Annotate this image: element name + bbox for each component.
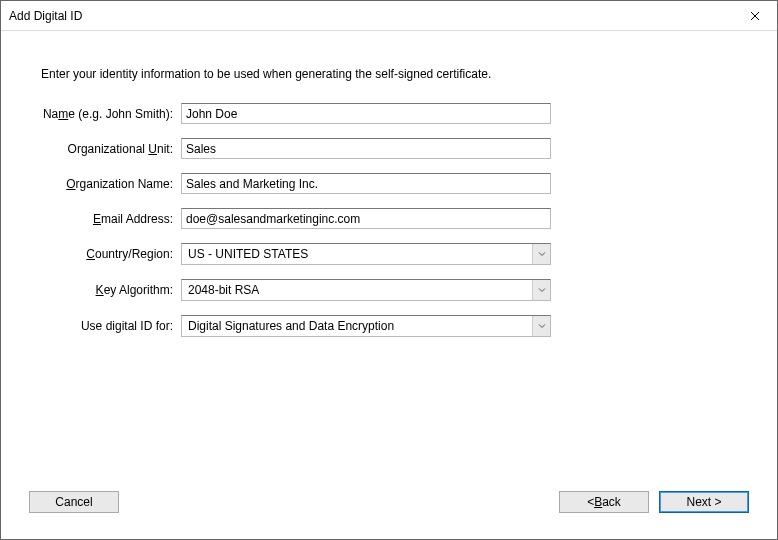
use-for-select[interactable]: Digital Signatures and Data Encryption bbox=[181, 315, 551, 337]
dialog-content: Enter your identity information to be us… bbox=[1, 31, 777, 539]
add-digital-id-dialog: Add Digital ID Enter your identity infor… bbox=[0, 0, 778, 540]
label-use-for: Use digital ID for: bbox=[41, 319, 181, 333]
use-for-select-value: Digital Signatures and Data Encryption bbox=[182, 316, 532, 336]
chevron-down-icon bbox=[538, 323, 546, 329]
window-title: Add Digital ID bbox=[9, 9, 82, 23]
label-org-unit: Organizational Unit: bbox=[41, 142, 181, 156]
name-input[interactable] bbox=[181, 103, 551, 124]
close-button[interactable] bbox=[732, 1, 777, 31]
key-algorithm-select-value: 2048-bit RSA bbox=[182, 280, 532, 300]
row-email: Email Address: bbox=[41, 208, 737, 229]
row-use-for: Use digital ID for: Digital Signatures a… bbox=[41, 315, 737, 337]
org-name-input[interactable] bbox=[181, 173, 551, 194]
label-country: Country/Region: bbox=[41, 247, 181, 261]
email-input[interactable] bbox=[181, 208, 551, 229]
cancel-button[interactable]: Cancel bbox=[29, 491, 119, 513]
row-key-algorithm: Key Algorithm: 2048-bit RSA bbox=[41, 279, 737, 301]
label-org-name: Organization Name: bbox=[41, 177, 181, 191]
close-icon bbox=[750, 11, 760, 21]
chevron-down-icon bbox=[538, 287, 546, 293]
use-for-dropdown-button[interactable] bbox=[532, 316, 550, 336]
row-org-unit: Organizational Unit: bbox=[41, 138, 737, 159]
key-algorithm-select[interactable]: 2048-bit RSA bbox=[181, 279, 551, 301]
country-dropdown-button[interactable] bbox=[532, 244, 550, 264]
row-name: Name (e.g. John Smith): bbox=[41, 103, 737, 124]
org-unit-input[interactable] bbox=[181, 138, 551, 159]
instruction-text: Enter your identity information to be us… bbox=[41, 67, 737, 81]
chevron-down-icon bbox=[538, 251, 546, 257]
row-org-name: Organization Name: bbox=[41, 173, 737, 194]
wizard-nav-buttons: < Back Next > bbox=[559, 491, 749, 513]
country-select-value: US - UNITED STATES bbox=[182, 244, 532, 264]
label-name: Name (e.g. John Smith): bbox=[41, 107, 181, 121]
label-email: Email Address: bbox=[41, 212, 181, 226]
row-country: Country/Region: US - UNITED STATES bbox=[41, 243, 737, 265]
label-key-algorithm: Key Algorithm: bbox=[41, 283, 181, 297]
back-button[interactable]: < Back bbox=[559, 491, 649, 513]
next-button[interactable]: Next > bbox=[659, 491, 749, 513]
key-algorithm-dropdown-button[interactable] bbox=[532, 280, 550, 300]
button-bar: Cancel < Back Next > bbox=[1, 473, 777, 539]
country-select[interactable]: US - UNITED STATES bbox=[181, 243, 551, 265]
titlebar: Add Digital ID bbox=[1, 1, 777, 31]
